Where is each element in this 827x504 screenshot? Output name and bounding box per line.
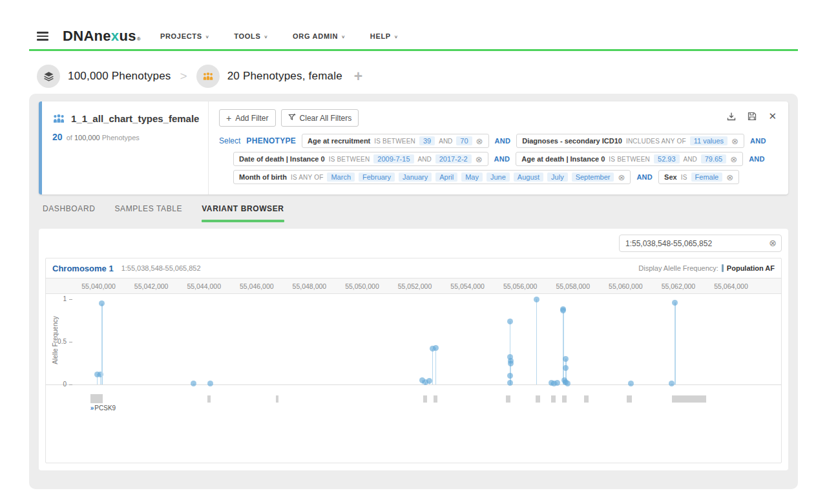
- clear-all-filters-button[interactable]: Clear All Filters: [281, 109, 359, 127]
- and-operator: AND: [749, 155, 765, 163]
- y-axis-tick: 1: [50, 295, 67, 302]
- variant-dot[interactable]: [433, 345, 439, 351]
- card-actions: ✕: [727, 110, 777, 122]
- variant-dot[interactable]: [508, 361, 514, 366]
- brand-text-pre: DNAne: [63, 28, 111, 45]
- variant-stem: [432, 349, 434, 384]
- remove-filter-icon[interactable]: ⊗: [731, 137, 738, 145]
- filter-value-pill[interactable]: 52.93: [654, 154, 680, 163]
- filter-value-pill[interactable]: 39: [419, 136, 435, 145]
- variant-dot[interactable]: [672, 300, 678, 306]
- y-axis-tick-mark: [69, 342, 72, 342]
- gene-box: [536, 395, 540, 403]
- variant-dot[interactable]: [565, 381, 571, 386]
- nav-item-projects[interactable]: PROJECTS∨: [160, 32, 209, 40]
- filter-value-pill[interactable]: 79.65: [701, 154, 727, 163]
- chevron-down-icon: ∨: [394, 34, 399, 38]
- filter-chip[interactable]: Month of birthIS ANY OFMarchFebruaryJanu…: [233, 170, 631, 184]
- filter-chip[interactable]: Diagnoses - secondary ICD10INCLUDES ANY …: [516, 134, 744, 148]
- add-filter-button[interactable]: + Add Filter: [219, 109, 276, 127]
- save-icon[interactable]: [748, 112, 757, 121]
- locus-search-input[interactable]: [619, 235, 782, 252]
- breadcrumb: 100,000 Phenotypes>20 Phenotypes, female…: [37, 63, 790, 90]
- cohort-count: 20 of 100,000 Phenotypes: [52, 132, 202, 142]
- filter-chip[interactable]: Age at death | Instance 0IS BETWEEN52.93…: [516, 152, 743, 166]
- filter-value-pill[interactable]: January: [399, 173, 432, 182]
- filter-value-pill[interactable]: 2009-7-15: [373, 154, 414, 163]
- gene-box: [434, 395, 437, 403]
- variant-dot[interactable]: [507, 373, 513, 379]
- remove-filter-icon[interactable]: ⊗: [730, 155, 737, 163]
- remove-filter-icon[interactable]: ⊗: [476, 155, 483, 163]
- filter-value-pill[interactable]: July: [547, 173, 568, 182]
- select-entity-phenotype[interactable]: PHENOTYPE: [246, 136, 296, 145]
- filter-chip-operator: IS BETWEEN: [329, 156, 370, 163]
- population-af-toggle[interactable]: Population AF: [727, 264, 775, 272]
- nav-item-tools[interactable]: TOOLS∨: [234, 32, 268, 40]
- select-label: Select: [219, 136, 240, 145]
- gene-label[interactable]: »PCSK9: [90, 404, 116, 412]
- filter-row: Date of death | Instance 0IS BETWEEN2009…: [233, 152, 778, 166]
- filter-chip[interactable]: Age at recruitmentIS BETWEEN39AND70⊗: [302, 134, 488, 148]
- filter-value-pill[interactable]: May: [461, 173, 483, 182]
- variant-dot[interactable]: [560, 308, 566, 313]
- filter-value-pill[interactable]: June: [487, 173, 510, 182]
- filter-value-pill[interactable]: September: [572, 173, 614, 182]
- variant-stem: [675, 302, 676, 384]
- variant-dot[interactable]: [207, 381, 213, 386]
- variant-dot[interactable]: [669, 381, 675, 386]
- remove-filter-icon[interactable]: ⊗: [726, 173, 733, 182]
- hamburger-menu-icon[interactable]: [37, 32, 48, 41]
- close-icon[interactable]: ✕: [768, 110, 777, 122]
- ruler-tick: 55,056,000: [503, 282, 538, 290]
- add-cohort-button[interactable]: +: [354, 68, 362, 85]
- cohort-filter-card: 1_1_all_chart_types_female 20 of 100,000…: [39, 101, 788, 194]
- variant-dot[interactable]: [507, 319, 513, 324]
- breadcrumb-item[interactable]: 100,000 Phenotypes: [37, 65, 171, 88]
- filter-chip-field: Age at death | Instance 0: [521, 155, 605, 163]
- variant-dot[interactable]: [534, 297, 539, 302]
- nav-accent-line: [29, 49, 798, 51]
- breadcrumb-label: 100,000 Phenotypes: [68, 70, 171, 83]
- variant-dot[interactable]: [426, 378, 432, 384]
- filter-chip-operator: IS BETWEEN: [374, 138, 415, 145]
- nav-item-help[interactable]: HELP∨: [370, 32, 399, 40]
- tab-samples-table[interactable]: SAMPLES TABLE: [114, 204, 182, 222]
- gene-box: [627, 395, 632, 403]
- filter-value-pill[interactable]: August: [514, 173, 543, 182]
- remove-filter-icon[interactable]: ⊗: [476, 137, 483, 145]
- variant-dot[interactable]: [191, 381, 196, 386]
- brand-trademark: ®: [137, 36, 141, 42]
- filter-chip-operator: IS: [681, 174, 687, 181]
- filter-chip[interactable]: SexISFemale⊗: [658, 170, 739, 184]
- filter-value-joiner: AND: [684, 156, 697, 163]
- filter-chip[interactable]: Date of death | Instance 0IS BETWEEN2009…: [233, 152, 488, 166]
- variant-dot[interactable]: [99, 300, 105, 306]
- chevron-down-icon: ∨: [264, 34, 269, 38]
- variant-dot[interactable]: [554, 380, 560, 386]
- filter-value-pill[interactable]: 70: [456, 136, 472, 145]
- download-icon[interactable]: [727, 112, 736, 121]
- breadcrumb-item[interactable]: 20 Phenotypes, female: [196, 65, 342, 88]
- genomic-ruler[interactable]: 55,040,00055,042,00055,044,00055,046,000…: [46, 278, 781, 294]
- filter-value-pill[interactable]: February: [359, 173, 395, 182]
- remove-filter-icon[interactable]: ⊗: [618, 173, 625, 182]
- ruler-tick: 55,044,000: [187, 282, 221, 290]
- search-clear-icon[interactable]: ⊗: [769, 238, 777, 247]
- filter-value-pill[interactable]: April: [435, 173, 457, 182]
- filter-value-pill[interactable]: March: [327, 173, 355, 182]
- variant-dot[interactable]: [507, 380, 513, 386]
- filter-value-pill[interactable]: 2017-2-2: [435, 154, 472, 163]
- tab-variant-browser[interactable]: VARIANT BROWSER: [202, 204, 284, 222]
- gene-box: [672, 395, 706, 403]
- nav-item-org-admin[interactable]: ORG ADMIN∨: [293, 32, 346, 40]
- filter-value-pill[interactable]: 11 values: [690, 136, 728, 145]
- brand-logo[interactable]: DNAnexus®: [63, 28, 141, 45]
- variant-dot[interactable]: [563, 356, 569, 362]
- y-axis-tick: 0.5: [50, 338, 67, 345]
- y-axis-tick: 0: [50, 381, 67, 388]
- filter-value-pill[interactable]: Female: [691, 173, 723, 182]
- tab-dashboard[interactable]: DASHBOARD: [43, 204, 95, 222]
- variant-dot[interactable]: [628, 381, 634, 386]
- variant-dot[interactable]: [563, 365, 569, 371]
